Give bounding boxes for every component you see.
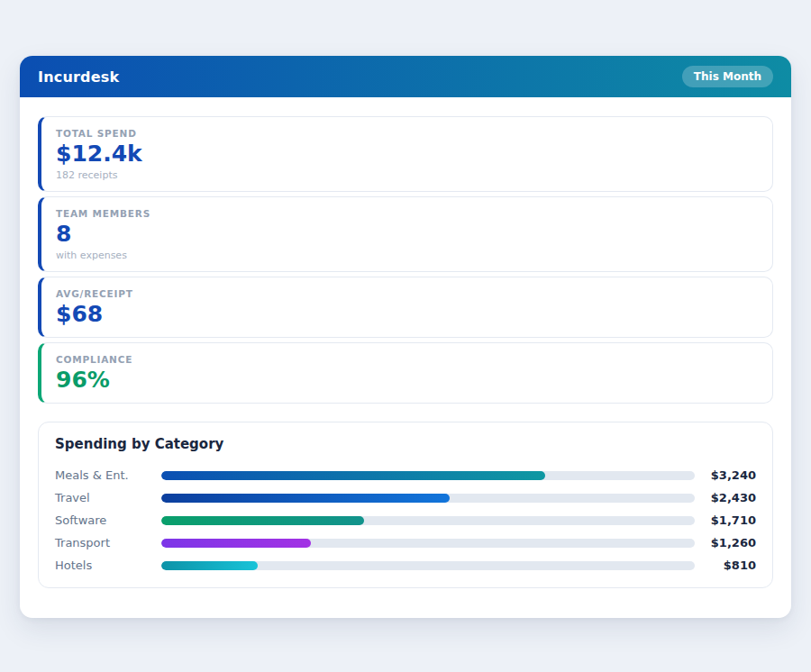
bar-track: [161, 516, 695, 525]
stat-card-compliance: COMPLIANCE 96%: [38, 342, 773, 404]
stat-label: TOTAL SPEND: [56, 128, 758, 139]
category-value: $2,430: [695, 491, 756, 504]
category-row-software: Software $1,710: [55, 509, 756, 531]
category-label: Travel: [55, 491, 161, 504]
stat-value: $12.4k: [56, 141, 758, 167]
app-header: Incurdesk This Month: [20, 56, 791, 97]
bar-fill: [161, 471, 545, 480]
bar-track: [161, 561, 695, 570]
category-value: $1,710: [695, 513, 756, 527]
stats-section: TOTAL SPEND $12.4k 182 receipts TEAM MEM…: [38, 116, 773, 404]
category-label: Meals & Ent.: [55, 468, 161, 482]
bar-fill: [161, 539, 311, 548]
chart-title: Spending by Category: [55, 436, 756, 452]
stat-card-team-members: TEAM MEMBERS 8 with expenses: [38, 196, 773, 272]
stat-card-total-spend: TOTAL SPEND $12.4k 182 receipts: [38, 116, 773, 192]
stat-subtext: 182 receipts: [56, 169, 758, 181]
category-row-hotels: Hotels $810: [55, 554, 756, 577]
panel-body: TOTAL SPEND $12.4k 182 receipts TEAM MEM…: [20, 97, 791, 608]
category-value: $3,240: [695, 468, 756, 482]
bar-fill: [161, 561, 258, 570]
period-badge[interactable]: This Month: [682, 66, 773, 87]
bar-track: [161, 471, 695, 480]
category-value: $810: [695, 558, 756, 572]
stat-value: $68: [56, 302, 758, 327]
category-value: $1,260: [695, 536, 756, 549]
stat-label: AVG/RECEIPT: [56, 288, 758, 299]
category-label: Hotels: [55, 558, 161, 572]
app-title: Incurdesk: [38, 68, 119, 86]
stat-card-avg-receipt: AVG/RECEIPT $68: [38, 277, 773, 338]
bar-track: [161, 494, 695, 503]
category-row-transport: Transport $1,260: [55, 531, 756, 554]
bar-fill: [161, 494, 450, 503]
incurdesk-panel: Incurdesk This Month TOTAL SPEND $12.4k …: [20, 56, 791, 618]
spending-by-category-card: Spending by Category Meals & Ent. $3,240…: [38, 422, 773, 588]
stat-subtext: with expenses: [56, 250, 758, 261]
category-label: Software: [55, 513, 161, 527]
category-row-travel: Travel $2,430: [55, 486, 756, 509]
category-row-meals: Meals & Ent. $3,240: [55, 464, 756, 486]
stat-value: 8: [56, 222, 758, 247]
category-label: Transport: [55, 536, 161, 549]
stat-label: TEAM MEMBERS: [56, 208, 758, 219]
bar-fill: [161, 516, 364, 525]
stat-label: COMPLIANCE: [56, 354, 758, 365]
bar-track: [161, 539, 695, 548]
stat-value: 96%: [56, 368, 758, 393]
